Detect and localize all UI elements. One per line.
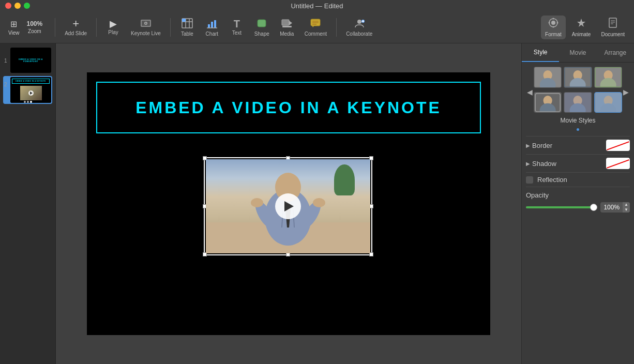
document-icon xyxy=(607,18,618,31)
view-zoom-group: ⊞ View 100% Zoom xyxy=(5,18,46,37)
slide-number-2: 2 xyxy=(4,82,7,87)
close-button[interactable] xyxy=(5,3,11,9)
slide-panel: 1 EMBED A VIDEO ON A POWERPOINT 2 EMBED … xyxy=(0,43,56,364)
separator-4 xyxy=(336,18,337,37)
document-button[interactable]: Document xyxy=(597,16,629,39)
movie-style-thumb-3[interactable] xyxy=(594,67,622,88)
slide-dots-2 xyxy=(24,101,32,103)
svg-point-42 xyxy=(251,198,263,207)
canvas-area: EMBED A VIDEO IN A KEYNOTE xyxy=(56,43,521,364)
movie-styles-grid-bottom xyxy=(534,92,622,113)
svg-marker-19 xyxy=(312,26,314,27)
svg-point-43 xyxy=(313,198,325,207)
play-button[interactable]: ▶ Play xyxy=(102,17,125,37)
text-button[interactable]: T Text xyxy=(225,17,248,38)
movie-styles-grid-top xyxy=(534,67,622,88)
right-panel-toolbar-group: Format Animate Document xyxy=(541,16,629,39)
movie-style-thumb-2[interactable] xyxy=(564,67,592,88)
video-container[interactable] xyxy=(206,159,370,253)
panel-content: ◀ xyxy=(522,63,634,364)
view-icon: ⊞ xyxy=(10,19,17,29)
shape-label: Shape xyxy=(254,31,269,37)
chart-button[interactable]: Chart xyxy=(201,16,223,39)
opacity-slider-row: 100% ▲ ▼ xyxy=(526,202,630,213)
slide-thumb-inner-1: EMBED A VIDEO ON A POWERPOINT xyxy=(10,48,51,73)
format-label: Format xyxy=(545,32,562,37)
svg-marker-16 xyxy=(289,21,292,25)
tab-movie[interactable]: Movie xyxy=(559,43,596,62)
reflection-checkbox[interactable] xyxy=(526,176,533,184)
border-expand-icon[interactable]: ▶ xyxy=(526,143,530,148)
collaborate-label: Collaborate xyxy=(346,31,372,37)
animate-button[interactable]: Animate xyxy=(568,16,595,39)
minimize-button[interactable] xyxy=(14,3,21,9)
play-button-overlay[interactable] xyxy=(275,193,301,219)
play-icon: ▶ xyxy=(110,19,117,28)
keynote-live-button[interactable]: Keynote Live xyxy=(127,17,165,38)
svg-rect-14 xyxy=(282,20,289,25)
carousel-arrow-right[interactable]: ▶ xyxy=(622,88,630,96)
svg-rect-68 xyxy=(595,93,622,113)
border-row: ▶ Border xyxy=(526,136,630,154)
shadow-expand-icon[interactable]: ▶ xyxy=(526,161,530,166)
carousel-dot-1[interactable] xyxy=(577,128,579,131)
svg-point-28 xyxy=(551,21,555,25)
carousel-arrow-left[interactable]: ◀ xyxy=(526,88,534,96)
carousel-dots xyxy=(526,128,630,131)
maximize-button[interactable] xyxy=(24,3,30,9)
reflection-row: Reflection xyxy=(526,172,630,187)
zoom-button[interactable]: 100% Zoom xyxy=(24,19,46,35)
movie-style-thumb-1[interactable] xyxy=(534,67,562,88)
video-preview-area xyxy=(206,159,370,253)
separator-2 xyxy=(96,18,97,37)
opacity-value-box: 100% ▲ ▼ xyxy=(600,202,630,213)
collaborate-icon xyxy=(353,18,366,30)
slide-canvas: EMBED A VIDEO IN A KEYNOTE xyxy=(87,72,490,335)
svg-rect-9 xyxy=(208,24,210,28)
titlebar: Untitled — Edited xyxy=(0,0,634,11)
svg-point-23 xyxy=(357,20,361,24)
chart-icon xyxy=(206,18,218,30)
svg-rect-17 xyxy=(282,26,292,27)
shadow-no-fill-line xyxy=(607,160,629,169)
text-icon: T xyxy=(234,19,240,29)
slide-thumb-inner-2: EMBED A VIDEO IN A KEYNOTE xyxy=(10,77,51,102)
opacity-slider-track[interactable] xyxy=(526,206,597,208)
svg-point-3 xyxy=(145,22,146,24)
tab-arrange[interactable]: Arrange xyxy=(597,43,634,62)
slide-thumb-1[interactable]: 1 EMBED A VIDEO ON A POWERPOINT xyxy=(3,47,52,74)
opacity-slider-thumb[interactable] xyxy=(590,204,597,211)
separator-3 xyxy=(170,18,171,37)
slide-thumb-2[interactable]: 2 EMBED A VIDEO IN A KEYNOTE xyxy=(3,76,52,103)
right-panel: Style Movie Arrange ◀ xyxy=(521,43,634,364)
svg-rect-8 xyxy=(182,19,186,22)
movie-style-thumb-4[interactable] xyxy=(534,92,562,113)
shape-button[interactable]: Shape xyxy=(250,16,274,39)
reflection-label: Reflection xyxy=(537,176,567,184)
media-label: Media xyxy=(280,31,294,37)
text-label: Text xyxy=(232,30,241,36)
keynote-live-icon xyxy=(140,19,152,29)
format-button[interactable]: Format xyxy=(541,16,566,39)
view-label: View xyxy=(8,30,20,36)
collaborate-button[interactable]: Collaborate xyxy=(342,16,376,39)
view-button[interactable]: ⊞ View xyxy=(5,18,23,37)
opacity-increment-button[interactable]: ▲ xyxy=(623,202,630,207)
border-value-box[interactable] xyxy=(606,140,630,151)
movie-style-thumb-5[interactable] xyxy=(564,92,592,113)
comment-icon xyxy=(310,18,321,30)
opacity-decrement-button[interactable]: ▼ xyxy=(623,207,630,213)
table-label: Table xyxy=(181,31,193,37)
slide-title-box[interactable]: EMBED A VIDEO IN A KEYNOTE xyxy=(96,82,481,133)
opacity-section: Opacity 100% ▲ ▼ xyxy=(526,187,630,217)
shadow-value-box[interactable] xyxy=(606,158,630,169)
media-button[interactable]: Media xyxy=(276,16,298,39)
tab-style[interactable]: Style xyxy=(522,43,559,62)
svg-point-31 xyxy=(548,22,550,23)
comment-button[interactable]: Comment xyxy=(300,16,331,39)
add-slide-button[interactable]: + Add Slide xyxy=(61,16,91,38)
movie-style-thumb-6[interactable] xyxy=(594,92,622,113)
toolbar: ⊞ View 100% Zoom + Add Slide ▶ Play Keyn… xyxy=(0,11,634,43)
table-button[interactable]: Table xyxy=(176,16,199,39)
format-icon xyxy=(548,18,559,31)
